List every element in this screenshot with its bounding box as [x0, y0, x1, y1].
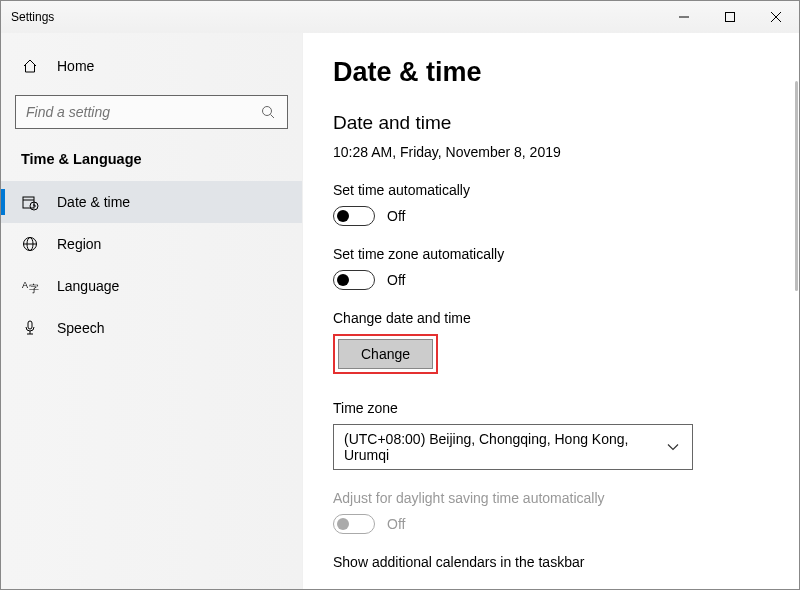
svg-rect-1 — [726, 13, 735, 22]
sidebar-item-region[interactable]: Region — [1, 223, 302, 265]
page-title: Date & time — [333, 57, 769, 88]
set-time-auto-label: Set time automatically — [333, 182, 769, 198]
microphone-icon — [21, 319, 39, 337]
change-button[interactable]: Change — [338, 339, 433, 369]
svg-point-4 — [263, 107, 272, 116]
time-zone-block: Time zone (UTC+08:00) Beijing, Chongqing… — [333, 400, 769, 470]
search-input[interactable] — [26, 104, 259, 120]
category-heading: Time & Language — [1, 129, 302, 181]
sidebar: Home Time & Language Date & time Region — [1, 33, 303, 589]
time-zone-value: (UTC+08:00) Beijing, Chongqing, Hong Kon… — [344, 431, 665, 463]
scrollbar[interactable] — [793, 33, 798, 588]
change-date-time-block: Change date and time Change — [333, 310, 769, 374]
set-tz-auto-label: Set time zone automatically — [333, 246, 769, 262]
set-time-auto-state: Off — [387, 208, 405, 224]
globe-icon — [21, 235, 39, 253]
change-date-time-label: Change date and time — [333, 310, 769, 326]
svg-rect-16 — [28, 321, 32, 329]
dst-label: Adjust for daylight saving time automati… — [333, 490, 769, 506]
close-button[interactable] — [753, 1, 799, 33]
set-tz-auto-state: Off — [387, 272, 405, 288]
current-datetime: 10:28 AM, Friday, November 8, 2019 — [333, 144, 769, 160]
calendar-clock-icon — [21, 193, 39, 211]
titlebar: Settings — [1, 1, 799, 33]
home-label: Home — [57, 58, 94, 74]
svg-text:字: 字 — [29, 283, 39, 294]
scrollbar-thumb[interactable] — [795, 81, 798, 291]
window-title: Settings — [11, 10, 54, 24]
set-tz-auto-toggle[interactable] — [333, 270, 375, 290]
svg-line-5 — [271, 115, 275, 119]
sidebar-item-label: Language — [57, 278, 119, 294]
set-time-auto-toggle[interactable] — [333, 206, 375, 226]
main-panel: Date & time Date and time 10:28 AM, Frid… — [303, 33, 799, 589]
minimize-button[interactable] — [661, 1, 707, 33]
home-nav[interactable]: Home — [1, 51, 302, 81]
sidebar-item-label: Region — [57, 236, 101, 252]
time-zone-select[interactable]: (UTC+08:00) Beijing, Chongqing, Hong Kon… — [333, 424, 693, 470]
language-icon: A字 — [21, 277, 39, 295]
svg-text:A: A — [22, 280, 28, 290]
dst-state: Off — [387, 516, 405, 532]
search-icon — [259, 103, 277, 121]
set-tz-auto-block: Set time zone automatically Off — [333, 246, 769, 290]
sidebar-item-label: Speech — [57, 320, 104, 336]
sidebar-item-date-time[interactable]: Date & time — [1, 181, 302, 223]
home-icon — [21, 57, 39, 75]
sidebar-item-speech[interactable]: Speech — [1, 307, 302, 349]
section-heading: Date and time — [333, 112, 769, 134]
maximize-button[interactable] — [707, 1, 753, 33]
content: Home Time & Language Date & time Region — [1, 33, 799, 589]
highlight-annotation: Change — [333, 334, 438, 374]
search-box[interactable] — [15, 95, 288, 129]
window-controls — [661, 1, 799, 33]
sidebar-item-label: Date & time — [57, 194, 130, 210]
set-time-auto-block: Set time automatically Off — [333, 182, 769, 226]
chevron-down-icon — [665, 438, 682, 456]
time-zone-label: Time zone — [333, 400, 769, 416]
sidebar-item-language[interactable]: A字 Language — [1, 265, 302, 307]
dst-block: Adjust for daylight saving time automati… — [333, 490, 769, 534]
additional-calendars-label: Show additional calendars in the taskbar — [333, 554, 769, 570]
dst-toggle — [333, 514, 375, 534]
search-container — [15, 95, 288, 129]
